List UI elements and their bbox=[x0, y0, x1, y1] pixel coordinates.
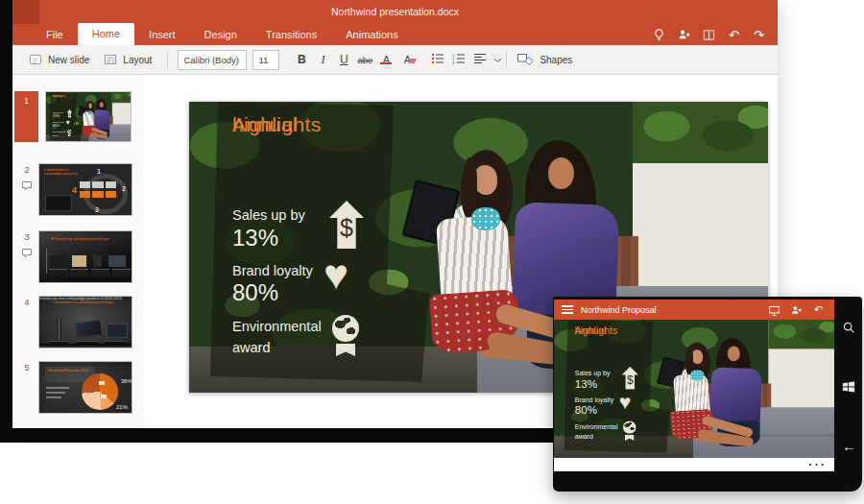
tv-image bbox=[107, 324, 128, 338]
tab-file[interactable]: File bbox=[32, 24, 78, 45]
slide-number: 1 bbox=[14, 96, 38, 106]
stat-award-value: award bbox=[53, 133, 59, 138]
phone-document-title: Northwind Proposal bbox=[581, 305, 768, 315]
paragraph-more-button[interactable] bbox=[491, 53, 504, 66]
align-button[interactable] bbox=[469, 53, 491, 67]
phone-device: Northwind Proposal ↶ bbox=[553, 297, 862, 492]
pie-chart bbox=[82, 373, 118, 410]
tab-transitions[interactable]: Transitions bbox=[252, 24, 331, 45]
plants bbox=[768, 320, 834, 348]
device-bezel-left bbox=[0, 0, 12, 443]
stat-award-label: Environmental bbox=[575, 422, 618, 430]
bullets-button[interactable] bbox=[427, 53, 448, 67]
font-color-button[interactable]: A bbox=[375, 53, 396, 66]
bullets-icon bbox=[431, 53, 444, 64]
search-icon[interactable] bbox=[842, 321, 855, 334]
font-name-select[interactable]: Calibri (Body) bbox=[178, 50, 247, 70]
stat-loyalty-label: Brand loyalty bbox=[575, 396, 614, 404]
stage: Northwind presentation.docx File Home In… bbox=[0, 0, 864, 504]
selected-slide-marker: 1 bbox=[14, 91, 38, 142]
underline-button[interactable]: U bbox=[333, 53, 354, 66]
lightbulb-icon[interactable] bbox=[652, 28, 666, 42]
stat-loyalty-label: Brand loyalty bbox=[232, 263, 313, 279]
heart-icon: ♥ bbox=[66, 119, 70, 127]
heart-icon: ♥ bbox=[619, 392, 632, 412]
stat-loyalty-value: 80% bbox=[53, 124, 60, 129]
stat-loyalty-value: 80% bbox=[232, 280, 278, 305]
title-bar: Northwind presentation.docx bbox=[12, 0, 778, 24]
share-person-icon[interactable] bbox=[790, 303, 803, 316]
woman-right-face bbox=[728, 347, 740, 362]
slide-thumbnail-panel: 1 Annual highlights Sales up by 13% $ bbox=[12, 75, 144, 428]
stat-award-label: Environmental bbox=[232, 319, 322, 335]
numbering-icon: 123 bbox=[452, 53, 466, 64]
slide-number: 5 bbox=[20, 363, 34, 372]
slide-photo: Annual highlights Sales up by 13% $ Bran… bbox=[46, 92, 132, 142]
phone-command-bar: • • • bbox=[554, 458, 834, 471]
font-size-select[interactable]: 11 bbox=[252, 50, 279, 70]
thumbnail-slide-1[interactable]: Annual highlights Sales up by 13% $ Bran… bbox=[45, 91, 132, 142]
tab-design[interactable]: Design bbox=[190, 24, 252, 45]
shapes-icon bbox=[516, 53, 535, 67]
phone-hardware-buttons: ← bbox=[835, 300, 861, 489]
thumbnail-slide-2[interactable]: Commitment to sustainable practices 1 2 … bbox=[38, 163, 132, 216]
numbering-button[interactable]: 123 bbox=[448, 53, 469, 67]
undo-icon[interactable]: ↶ bbox=[812, 303, 825, 316]
bold-button[interactable]: B bbox=[291, 53, 312, 66]
woman-right-face bbox=[100, 102, 104, 108]
back-icon[interactable]: ← bbox=[842, 440, 855, 453]
italic-button[interactable]: I bbox=[312, 53, 333, 67]
strikethrough-button[interactable]: abe bbox=[354, 53, 375, 66]
book-icon[interactable] bbox=[702, 28, 716, 42]
heart-icon: ♥ bbox=[324, 253, 348, 296]
chevron-down-icon bbox=[493, 58, 502, 63]
stat-sales-value: 13% bbox=[232, 226, 278, 251]
quick-toolbar: New slide Layout Calibri (Body) 11 B I U… bbox=[12, 45, 778, 75]
redo-icon[interactable]: ↷ bbox=[752, 28, 766, 42]
shapes-button[interactable]: Shapes bbox=[516, 53, 572, 67]
windows-logo-icon[interactable] bbox=[842, 380, 855, 394]
new-slide-icon bbox=[28, 52, 43, 67]
tab-home[interactable]: Home bbox=[78, 23, 134, 45]
plants bbox=[112, 92, 132, 103]
stat-loyalty-value: 80% bbox=[575, 404, 597, 416]
tv-image bbox=[45, 195, 72, 211]
speaker-image bbox=[57, 318, 61, 339]
new-slide-button[interactable]: New slide bbox=[28, 52, 89, 67]
align-left-icon bbox=[473, 53, 487, 64]
stat-sales-label: Sales up by bbox=[232, 207, 305, 224]
thumbnail-slide-5[interactable]: Northwind Revenue 2013 36% 21% bbox=[38, 361, 132, 414]
undo-icon[interactable]: ↶ bbox=[727, 28, 741, 42]
present-display-icon[interactable] bbox=[768, 303, 780, 316]
tv-image bbox=[75, 321, 101, 338]
plants bbox=[633, 102, 768, 163]
document-title: Northwind presentation.docx bbox=[12, 0, 778, 24]
phone-slide[interactable]: Annual highlights Sales up by 13% $ Bran… bbox=[554, 320, 834, 458]
stat-sales-value: 13% bbox=[53, 114, 60, 119]
stat-sales-value: 13% bbox=[575, 378, 597, 390]
stat-award-value: award bbox=[575, 430, 593, 442]
thumbnail-slide-3[interactable]: A Partnership strengthened with time bbox=[38, 230, 132, 283]
slide-number: 2 bbox=[20, 165, 34, 175]
phone-app-bar: Northwind Proposal ↶ bbox=[554, 300, 834, 320]
tab-animations[interactable]: Animations bbox=[331, 24, 412, 45]
globe-medal-icon bbox=[623, 420, 637, 441]
svg-text:3: 3 bbox=[452, 60, 455, 63]
comment-icon[interactable] bbox=[21, 178, 33, 188]
thumbnail-slide-4[interactable]: Commitment to advancing technology Intro… bbox=[38, 296, 132, 348]
share-person-icon[interactable] bbox=[677, 28, 691, 42]
globe-medal-icon bbox=[331, 315, 362, 357]
slide-photo: Annual highlights Sales up by 13% $ Bran… bbox=[554, 320, 834, 458]
tab-insert[interactable]: Insert bbox=[134, 24, 190, 45]
font-styles-button[interactable]: A bbox=[396, 53, 418, 66]
layout-button[interactable]: Layout bbox=[103, 52, 152, 67]
more-options-button[interactable]: • • • bbox=[809, 461, 825, 468]
slide-number: 3 bbox=[20, 232, 34, 242]
comment-icon[interactable] bbox=[21, 245, 33, 255]
layout-icon bbox=[103, 52, 118, 67]
woman-right-face bbox=[548, 157, 574, 189]
hamburger-menu-icon[interactable] bbox=[562, 305, 573, 314]
stat-sales-label: Sales up by bbox=[575, 370, 611, 377]
globe-medal-icon bbox=[67, 130, 72, 137]
slide-number: 4 bbox=[20, 298, 34, 307]
